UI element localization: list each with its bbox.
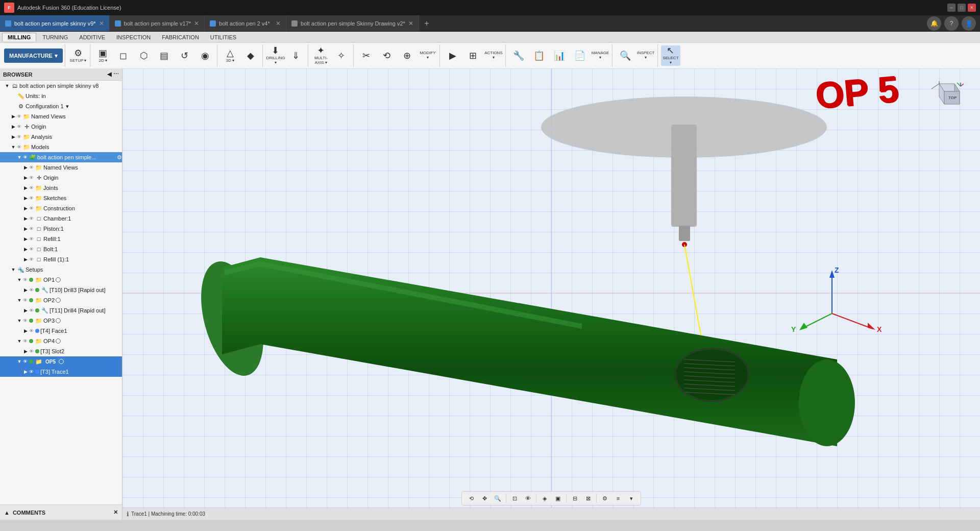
tree-op5[interactable]: ▼ 👁 📁 OP5 (0, 356, 122, 367)
notifications-button[interactable]: 🔔 (927, 16, 941, 31)
tree-construction[interactable]: ▶ 👁 📁 Construction (0, 203, 122, 213)
drilling-button[interactable]: ⬇DRILLING ▾ (266, 45, 285, 66)
pocket-button[interactable]: ⬡ (134, 45, 154, 66)
tree-op1[interactable]: ▼ 👁 📁 OP1 (0, 275, 122, 285)
vp-zoom-button[interactable]: 🔍 (492, 493, 504, 504)
close-button[interactable]: ✕ (968, 4, 976, 12)
t11-expand[interactable]: ▶ (22, 307, 29, 313)
vp-toolpath-button[interactable]: ⚙ (599, 493, 611, 504)
adaptive-button[interactable]: ◆ (241, 45, 260, 66)
op5-expand[interactable]: ▼ (16, 358, 22, 365)
t4-visibility[interactable]: 👁 (29, 328, 34, 333)
sketches-visibility[interactable]: 👁 (29, 196, 34, 201)
op3-visibility[interactable]: 👁 (23, 318, 28, 323)
nv2-expand[interactable]: ▶ (22, 164, 29, 171)
tree-sketches[interactable]: ▶ 👁 📁 Sketches (0, 193, 122, 203)
measure-button[interactable]: 🔍 (616, 45, 635, 66)
op1-visibility[interactable]: 👁 (23, 277, 28, 282)
circular-button[interactable]: ◉ (195, 45, 215, 66)
piston-visibility[interactable]: 👁 (29, 226, 34, 231)
toolbar-tab-utilities[interactable]: UTILITIES (205, 33, 241, 41)
face-button[interactable]: ▤ (155, 45, 174, 66)
contour-button[interactable]: ◻ (114, 45, 133, 66)
vp-section-button[interactable]: ⊟ (569, 493, 581, 504)
statistics-button[interactable]: 📊 (550, 45, 569, 66)
simulate-button[interactable]: ▶ (443, 45, 462, 66)
comments-expand-icon[interactable]: ▲ (4, 510, 10, 516)
root-expand[interactable]: ▼ (4, 83, 10, 89)
nv2-visibility[interactable]: 👁 (29, 165, 34, 170)
nv-visibility[interactable]: 👁 (17, 114, 21, 119)
tree-op3[interactable]: ▼ 👁 📁 OP3 (0, 316, 122, 326)
tree-bolt[interactable]: ▶ 👁 □ Bolt:1 (0, 244, 122, 254)
tab-3[interactable]: bolt action pen 2 v4* ✕ (205, 15, 286, 31)
tree-refill[interactable]: ▶ 👁 □ Refill:1 (0, 234, 122, 244)
bap-settings-icon[interactable]: ⚙ (117, 154, 122, 161)
postprocess-button[interactable]: ⊞ (463, 45, 483, 66)
tree-analysis[interactable]: ▶ 👁 📁 Analysis (0, 132, 122, 142)
cut-button[interactable]: ✂ (357, 45, 376, 66)
tree-chamber[interactable]: ▶ 👁 □ Chamber:1 (0, 213, 122, 224)
select-button[interactable]: ↖ SELECT ▾ (661, 45, 680, 66)
tab-1-close[interactable]: ✕ (99, 20, 104, 27)
tree-t10[interactable]: ▶ 👁 🔧 [T10] Drill3 [Rapid out] (0, 285, 122, 295)
tree-refill2[interactable]: ▶ 👁 □ Refill (1):1 (0, 254, 122, 264)
tab-4[interactable]: bolt action pen simple Skinny Drawing v2… (286, 15, 419, 31)
tree-root[interactable]: ▼ 🗂 bolt action pen simple skinny v8 (0, 81, 122, 91)
manufacture-button[interactable]: MANUFACTURE ▾ (4, 49, 63, 63)
analysis-expand[interactable]: ▶ (10, 134, 16, 140)
tab-4-close[interactable]: ✕ (408, 20, 413, 27)
add-tab-button[interactable]: + (419, 15, 434, 31)
bap-visibility[interactable]: 👁 (23, 155, 28, 160)
config-dropdown[interactable]: ▾ (66, 103, 69, 110)
setup-button[interactable]: ⚙ SETUP ▾ (68, 45, 88, 66)
tree-joints[interactable]: ▶ 👁 📁 Joints (0, 183, 122, 193)
tree-origin[interactable]: ▶ 👁 ✛ Origin (0, 122, 122, 132)
tools-button[interactable]: 🔧 (509, 45, 528, 66)
bolt-visibility[interactable]: 👁 (29, 247, 34, 252)
bap-expand[interactable]: ▼ (16, 154, 22, 160)
refill2-expand[interactable]: ▶ (22, 256, 29, 262)
vp-view-button[interactable]: 👁 (522, 493, 534, 504)
tree-setups[interactable]: ▼ 🔩 Setups (0, 264, 122, 275)
origin-expand[interactable]: ▶ (10, 124, 16, 130)
op2-visibility[interactable]: 👁 (23, 298, 28, 303)
chamber-visibility[interactable]: 👁 (29, 216, 34, 221)
tree-op2[interactable]: ▼ 👁 📁 OP2 (0, 295, 122, 305)
sketches-expand[interactable]: ▶ (22, 195, 29, 201)
minimize-button[interactable]: ─ (947, 4, 955, 12)
rotate-button[interactable]: ⟲ (377, 45, 397, 66)
actions-button[interactable]: ACTIONS ▾ (484, 45, 503, 66)
view-cube[interactable]: TOP (929, 79, 965, 114)
browser-collapse-icon[interactable]: ◀ (107, 71, 111, 78)
models-visibility[interactable]: 👁 (17, 144, 21, 150)
t10-visibility[interactable]: 👁 (29, 287, 34, 293)
vp-orbit-button[interactable]: ⟲ (465, 493, 477, 504)
tree-t3trace[interactable]: ▶ 👁 [T3] Trace1 (0, 367, 122, 377)
toolbar-tab-turning[interactable]: TURNING (37, 33, 73, 41)
origin-visibility[interactable]: 👁 (17, 124, 21, 129)
refill2-visibility[interactable]: 👁 (29, 257, 34, 262)
op5-visibility[interactable]: 👁 (23, 359, 28, 364)
vp-fit-button[interactable]: ⊡ (508, 493, 521, 504)
manage-button[interactable]: MANAGE ▾ (591, 45, 610, 66)
3d-button[interactable]: △3D ▾ (220, 45, 240, 66)
tree-namedviews[interactable]: ▶ 👁 📁 Named Views (0, 111, 122, 122)
nv-expand[interactable]: ▶ (10, 113, 16, 119)
refill-expand[interactable]: ▶ (22, 236, 29, 242)
t3slot-visibility[interactable]: 👁 (29, 349, 34, 354)
inspect-button[interactable]: INSPECT ▾ (636, 45, 655, 66)
maximize-button[interactable]: □ (958, 4, 966, 12)
t3trace-expand[interactable]: ▶ (22, 369, 29, 375)
comments-bar[interactable]: ▲ COMMENTS ✕ (0, 504, 122, 520)
viewport[interactable]: Z X Y OP 5 TOP (122, 68, 980, 520)
vp-ground-button[interactable]: ⊠ (582, 493, 594, 504)
origin2-expand[interactable]: ▶ (22, 175, 29, 181)
template-button[interactable]: 📋 (529, 45, 549, 66)
tree-origin2[interactable]: ▶ 👁 ✛ Origin (0, 173, 122, 183)
comments-close-icon[interactable]: ✕ (113, 509, 118, 516)
tree-t3slot[interactable]: ▶ 👁 [T3] Slot2 (0, 346, 122, 356)
t4-expand[interactable]: ▶ (22, 328, 29, 334)
op2-expand[interactable]: ▼ (16, 297, 22, 303)
t10-expand[interactable]: ▶ (22, 287, 29, 293)
